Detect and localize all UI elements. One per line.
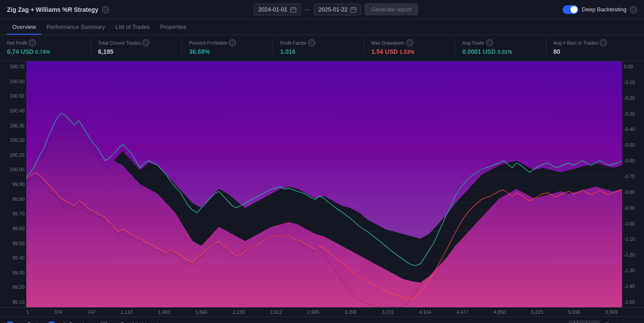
total-trades-info-icon[interactable]: ⓘ bbox=[142, 39, 149, 46]
y-tick-right: -0.40 bbox=[624, 126, 642, 132]
y-tick: 99.60 bbox=[2, 226, 25, 231]
legend-items: Equity Drawdown Buy & hold equity bbox=[7, 322, 162, 323]
y-tick: 100.10 bbox=[2, 152, 25, 158]
tab-overview[interactable]: Overview bbox=[7, 20, 41, 35]
y-tick: 99.40 bbox=[2, 255, 25, 260]
deep-backtesting-toggle[interactable] bbox=[563, 5, 578, 14]
info-icon[interactable]: ⓘ bbox=[102, 6, 109, 13]
tab-performance-summary[interactable]: Performance Summary bbox=[41, 20, 110, 35]
stat-percent-profitable-label: Percent Profitable ⓘ bbox=[189, 39, 266, 46]
x-tick: 374 bbox=[54, 309, 62, 315]
x-tick: 1,493 bbox=[158, 309, 170, 315]
y-tick-right: -1.00 bbox=[624, 221, 642, 226]
tab-list-of-trades[interactable]: List of Trades bbox=[110, 20, 155, 35]
y-tick-right: -0.80 bbox=[624, 190, 642, 195]
x-tick: 5,223 bbox=[531, 309, 543, 315]
x-tick: 1 bbox=[26, 309, 29, 315]
x-tick: 5,969 bbox=[605, 309, 618, 315]
y-tick: 100.70 bbox=[2, 64, 25, 69]
nav-tabs: Overview Performance Summary List of Tra… bbox=[0, 19, 644, 35]
y-tick: 100.30 bbox=[2, 123, 25, 128]
y-tick: 100.20 bbox=[2, 137, 25, 143]
legend-equity[interactable]: Equity bbox=[7, 322, 42, 323]
equity-checkbox[interactable] bbox=[7, 322, 13, 323]
buy-hold-legend-label: Buy & hold equity bbox=[121, 322, 162, 323]
header-center: 2024-01-01 — 2025-01-22 Generate report bbox=[253, 4, 418, 15]
header-left: Zig Zag + Williams %R Strategy ⓘ bbox=[7, 6, 109, 13]
y-axis-right: 0.00 -0.10 -0.20 -0.30 -0.40 -0.50 -0.60… bbox=[622, 61, 644, 307]
strategy-title: Zig Zag + Williams %R Strategy bbox=[7, 6, 99, 13]
chart-svg-container bbox=[26, 61, 622, 307]
max-drawdown-info-icon[interactable]: ⓘ bbox=[406, 39, 413, 46]
generate-report-button[interactable]: Generate report bbox=[365, 4, 418, 15]
percentage-view-button[interactable]: Percentage bbox=[602, 320, 637, 323]
deep-backtesting-label: Deep Backtesting bbox=[582, 6, 626, 13]
stat-net-profit: Net Profit ⓘ 0.74 USD 0.74% bbox=[7, 39, 91, 55]
stat-net-profit-value: 0.74 USD 0.74% bbox=[7, 48, 84, 55]
stat-max-drawdown: Max Drawdown ⓘ 1.54 USD 1.53% bbox=[364, 39, 455, 55]
legend-drawdown[interactable]: Drawdown bbox=[49, 322, 94, 323]
y-tick-right: -1.10 bbox=[624, 236, 642, 242]
percent-profitable-info-icon[interactable]: ⓘ bbox=[229, 39, 236, 46]
absolute-view-button[interactable]: Absolute bbox=[568, 320, 599, 323]
y-tick: 100.00 bbox=[2, 167, 25, 172]
stat-avg-bars: Avg # Bars in Trades ⓘ 80 bbox=[546, 39, 637, 55]
x-tick: 2,985 bbox=[307, 309, 320, 315]
date-from-input[interactable]: 2024-01-01 bbox=[253, 4, 301, 15]
y-tick: 100.50 bbox=[2, 93, 25, 98]
y-tick-right: -0.70 bbox=[624, 174, 642, 179]
svg-rect-0 bbox=[290, 7, 296, 12]
view-buttons: Absolute Percentage bbox=[568, 320, 637, 323]
stat-profit-factor-value: 1.016 bbox=[280, 48, 357, 55]
stat-total-closed-trades-label: Total Closed Trades ⓘ bbox=[98, 39, 175, 46]
y-tick-right: 0.00 bbox=[624, 64, 642, 69]
date-to-input[interactable]: 2025-01-22 bbox=[314, 4, 362, 15]
buy-hold-checkbox[interactable] bbox=[101, 322, 107, 323]
drawdown-checkbox[interactable] bbox=[49, 322, 55, 323]
x-tick: 2,612 bbox=[270, 309, 282, 315]
stat-percent-profitable-value: 36.69% bbox=[189, 48, 266, 55]
profit-factor-info-icon[interactable]: ⓘ bbox=[308, 39, 315, 46]
x-tick: 1,110 bbox=[121, 309, 133, 315]
avg-bars-info-icon[interactable]: ⓘ bbox=[600, 39, 607, 46]
calendar-icon bbox=[290, 7, 296, 13]
stat-max-drawdown-value: 1.54 USD 1.53% bbox=[371, 48, 448, 55]
y-tick-right: -1.20 bbox=[624, 252, 642, 257]
x-tick: 1,866 bbox=[195, 309, 208, 315]
chart-area: 100.70 100.60 100.50 100.40 100.30 100.2… bbox=[0, 61, 644, 307]
y-tick-right: -1.30 bbox=[624, 268, 642, 273]
y-tick-right: -0.90 bbox=[624, 205, 642, 211]
y-tick: 100.40 bbox=[2, 108, 25, 113]
stat-percent-profitable: Percent Profitable ⓘ 36.69% bbox=[182, 39, 273, 55]
stat-avg-bars-value: 80 bbox=[553, 48, 630, 55]
y-tick: 99.80 bbox=[2, 197, 25, 202]
y-tick: 99.10 bbox=[2, 299, 25, 305]
y-tick: 99.90 bbox=[2, 182, 25, 187]
x-tick: 4,104 bbox=[419, 309, 431, 315]
legend-buy-hold[interactable]: Buy & hold equity bbox=[101, 322, 162, 323]
stat-avg-trade: Avg Trade ⓘ 0.0001 USD 0.01% bbox=[455, 39, 546, 55]
y-tick: 99.70 bbox=[2, 211, 25, 216]
x-tick: 4,850 bbox=[494, 309, 506, 315]
y-tick-right: -0.60 bbox=[624, 158, 642, 163]
stat-avg-trade-value: 0.0001 USD 0.01% bbox=[462, 48, 539, 55]
x-tick: 747 bbox=[88, 309, 95, 315]
x-tick: 3,731 bbox=[382, 309, 394, 315]
stat-max-drawdown-label: Max Drawdown ⓘ bbox=[371, 39, 448, 46]
stat-profit-factor: Profit Factor ⓘ 1.016 bbox=[273, 39, 364, 55]
equity-legend-label: Equity bbox=[27, 322, 42, 323]
y-tick: 99.50 bbox=[2, 241, 25, 246]
y-tick-right: -1.50 bbox=[624, 299, 642, 305]
stat-total-closed-trades: Total Closed Trades ⓘ 6,195 bbox=[91, 39, 182, 55]
y-tick: 99.20 bbox=[2, 284, 25, 290]
header-right: Deep Backtesting ⓘ bbox=[563, 5, 637, 14]
x-tick: 3,358 bbox=[345, 309, 357, 315]
y-tick-right: -0.50 bbox=[624, 142, 642, 147]
x-tick: 2,239 bbox=[232, 309, 245, 315]
net-profit-info-icon[interactable]: ⓘ bbox=[29, 39, 36, 46]
calendar-icon-2 bbox=[350, 7, 356, 13]
avg-trade-info-icon[interactable]: ⓘ bbox=[486, 39, 493, 46]
stat-net-profit-label: Net Profit ⓘ bbox=[7, 39, 84, 46]
deep-backtesting-info-icon[interactable]: ⓘ bbox=[630, 6, 637, 13]
tab-properties[interactable]: Properties bbox=[155, 20, 191, 35]
